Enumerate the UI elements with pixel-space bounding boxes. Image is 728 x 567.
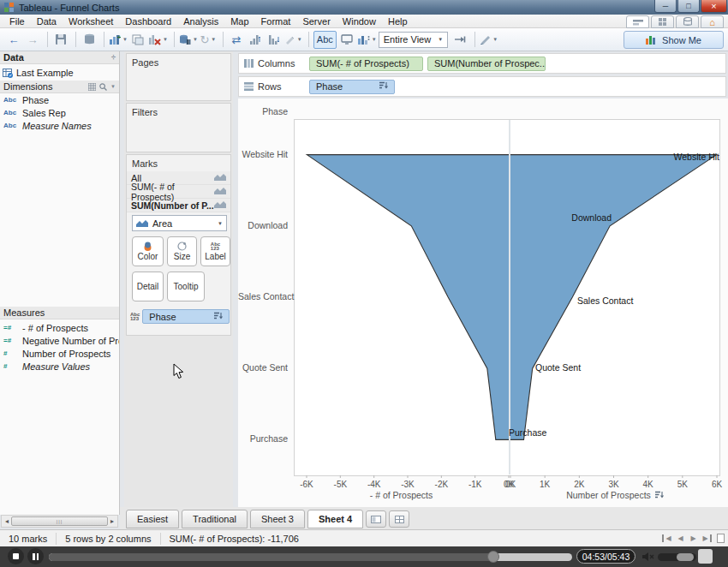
seek-handle[interactable] (487, 551, 499, 563)
measure-field-number-of-prospects[interactable]: # Number of Prospects (0, 347, 119, 360)
last-sheet-icon[interactable]: ▶ (701, 534, 712, 542)
menu-file[interactable]: File (3, 15, 31, 27)
volume-slider[interactable] (658, 553, 696, 561)
label-button[interactable]: Abc123 Label (200, 236, 230, 266)
funnel-mark-label: Website Hit (674, 152, 720, 162)
sheet-tab-easiest[interactable]: Easiest (126, 510, 179, 528)
sheet-sorter-icon[interactable] (717, 534, 725, 543)
dimension-field-measure-names[interactable]: Abc Measure Names (0, 119, 119, 132)
columns-pill-sum-neg-prospects[interactable]: SUM(- # of Prospects) (309, 57, 423, 71)
menu-worksheet[interactable]: Worksheet (63, 15, 119, 27)
sort-descending-button[interactable] (266, 31, 283, 49)
show-cards-button[interactable] (651, 15, 674, 28)
stop-button[interactable] (8, 548, 24, 564)
pages-shelf[interactable]: Pages (126, 53, 231, 101)
dimension-field-sales-rep[interactable]: Abc Sales Rep (0, 106, 119, 119)
measure-field-neg-prospects[interactable]: =# - # of Prospects (0, 321, 119, 334)
clear-sheet-button[interactable]: ▼ (148, 31, 168, 49)
tableau-window: Tableau - Funnel Charts ─ □ × File Data … (0, 0, 728, 567)
datasource-item[interactable]: Last Example (0, 66, 119, 80)
fix-axes-button[interactable] (451, 31, 468, 49)
field-type-icon: Abc (3, 109, 19, 116)
previous-sheet-icon[interactable]: ◀ (675, 534, 686, 542)
sheet-tab-traditional[interactable]: Traditional (182, 510, 248, 528)
menu-format[interactable]: Format (255, 15, 297, 27)
sort-ascending-icon (249, 34, 260, 45)
size-button[interactable]: Size (167, 236, 197, 266)
duplicate-sheet-button[interactable] (129, 31, 146, 49)
auto-updates-button[interactable]: ▼ (179, 31, 198, 49)
mark-type-select[interactable]: Area ▼ (132, 215, 227, 231)
menu-help[interactable]: Help (382, 15, 414, 27)
swap-axes-button[interactable]: ⇄ (228, 31, 245, 49)
measure-field-measure-values[interactable]: # Measure Values (0, 360, 119, 373)
redo-button[interactable]: → (24, 31, 41, 49)
maximize-button[interactable]: □ (677, 0, 700, 13)
rows-shelf[interactable]: Rows Phase (238, 76, 726, 97)
scrollbar-thumb[interactable]: ||| (11, 516, 108, 526)
fullscreen-button[interactable] (698, 549, 713, 564)
volume-thumb[interactable] (677, 553, 694, 561)
color-icon (142, 242, 153, 251)
color-button[interactable]: Color (132, 236, 164, 266)
data-pane-scrollbar[interactable]: ◂ ||| ▸ (1, 515, 118, 528)
data-source-button[interactable] (81, 31, 98, 49)
stop-icon (13, 553, 19, 559)
data-source-tab-button[interactable] (676, 15, 699, 28)
rows-pill-phase[interactable]: Phase (309, 80, 395, 94)
columns-shelf[interactable]: Columns SUM(- # of Prospects) SUM(Number… (238, 53, 726, 74)
menu-window[interactable]: Window (337, 15, 382, 27)
show-me-icon (646, 35, 657, 45)
view-grid-icon[interactable] (88, 83, 96, 91)
show-me-button[interactable]: Show Me (624, 31, 724, 49)
new-dashboard-button[interactable] (366, 510, 386, 528)
menu-analysis[interactable]: Analysis (177, 15, 224, 27)
new-worksheet-button[interactable]: + ▼ (109, 31, 128, 49)
menu-server[interactable]: Server (296, 15, 336, 27)
sort-icon[interactable] (654, 491, 664, 499)
view-fit-select[interactable]: Entire View ▼ (379, 32, 448, 48)
refresh-button[interactable]: ↻▼ (200, 31, 217, 49)
dimension-field-phase[interactable]: Abc Phase (0, 93, 119, 106)
show-mark-labels-button[interactable]: Abc (313, 31, 337, 49)
database-icon (84, 33, 95, 45)
chevron-down-icon[interactable]: ▼ (110, 84, 116, 89)
tooltip-button[interactable]: Tooltip (167, 272, 205, 301)
format-button[interactable]: ▼ (480, 31, 498, 49)
marks-phase-pill[interactable]: Phase (142, 309, 230, 324)
toolbar-toggle-button[interactable] (626, 15, 649, 28)
next-sheet-icon[interactable]: ▶ (688, 534, 699, 542)
menu-dashboard[interactable]: Dashboard (119, 15, 177, 27)
close-button[interactable]: × (701, 0, 727, 13)
scroll-right-icon[interactable]: ▸ (108, 517, 116, 525)
menu-data[interactable]: Data (31, 15, 63, 27)
filters-shelf[interactable]: Filters (126, 103, 231, 152)
search-icon[interactable] (99, 83, 107, 91)
save-button[interactable] (52, 31, 69, 49)
pane-options-icon[interactable]: ÷ (111, 53, 116, 62)
columns-pill-sum-number-prospects[interactable]: SUM(Number of Prospec.. (427, 57, 546, 71)
scroll-left-icon[interactable]: ◂ (3, 517, 11, 525)
pause-button[interactable] (27, 548, 44, 564)
tableau-logo-icon (4, 3, 15, 13)
presentation-mode-button[interactable] (338, 31, 355, 49)
highlight-button[interactable]: ▼ (284, 31, 302, 49)
marks-tab-sum-neg-prospects[interactable]: SUM(- # of Prospects) (127, 185, 230, 199)
sheet-tab-sheet4[interactable]: Sheet 4 (307, 510, 363, 528)
speaker-muted-icon[interactable] (642, 552, 654, 562)
first-sheet-icon[interactable]: ◀ (662, 534, 673, 542)
marks-tab-sum-number-prospects[interactable]: SUM(Number of P... (127, 199, 230, 212)
seek-bar[interactable] (49, 553, 572, 561)
sheet-tab-sheet3[interactable]: Sheet 3 (250, 510, 305, 528)
measure-field-negative-number[interactable]: =# Negative Number of Prosp (0, 334, 119, 347)
x-axis-tick-label: 4K (637, 480, 659, 489)
new-worksheet-tab-button[interactable] (389, 510, 409, 528)
minimize-button[interactable]: ─ (654, 0, 677, 13)
undo-button[interactable]: ← (5, 31, 22, 49)
funnel-chart-view[interactable]: PhaseWebsite HitDownloadSales ContactQuo… (238, 98, 728, 507)
start-page-button[interactable]: ⌂ (701, 15, 724, 28)
menu-map[interactable]: Map (224, 15, 254, 27)
detail-button[interactable]: Detail (132, 272, 164, 301)
fit-axes-button[interactable]: ▼ (357, 31, 377, 49)
sort-ascending-button[interactable] (247, 31, 264, 49)
